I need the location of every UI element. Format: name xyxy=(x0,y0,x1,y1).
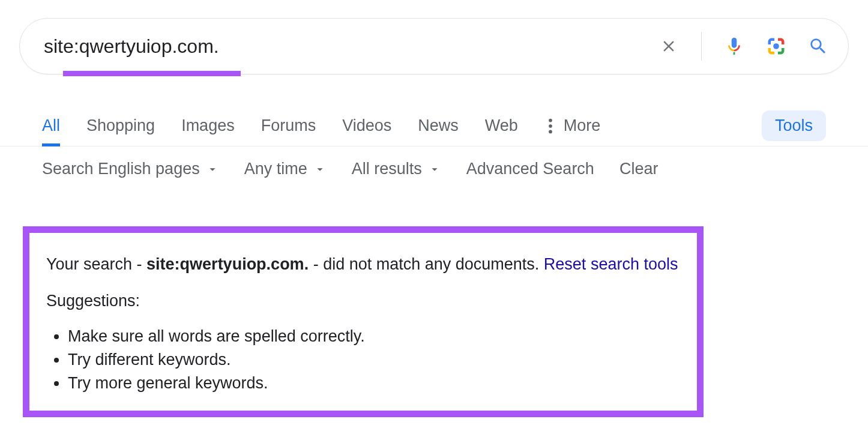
filter-time-label: Any time xyxy=(244,160,307,178)
chevron-down-icon xyxy=(206,163,219,176)
annotation-underline xyxy=(63,71,241,76)
mic-icon[interactable] xyxy=(722,34,746,58)
more-dots-icon xyxy=(544,118,556,134)
suggestion-item: Try different keywords. xyxy=(68,348,680,372)
suggestions-list: Make sure all words are spelled correctl… xyxy=(46,325,680,395)
chevron-down-icon xyxy=(428,163,441,176)
search-submit-icon[interactable] xyxy=(806,34,830,58)
svg-point-1 xyxy=(549,118,552,122)
filter-results[interactable]: All results xyxy=(352,160,441,178)
suggestion-item: Try more general keywords. xyxy=(68,372,680,395)
svg-point-2 xyxy=(549,124,552,128)
tab-videos[interactable]: Videos xyxy=(342,106,391,146)
filter-time[interactable]: Any time xyxy=(244,160,327,178)
tabs-row: All Shopping Images Forums Videos News W… xyxy=(0,106,868,146)
tab-news[interactable]: News xyxy=(418,106,459,146)
no-results-query: site:qwertyuiop.com. xyxy=(146,255,309,273)
tab-images[interactable]: Images xyxy=(181,106,235,146)
no-results-prefix: Your search - xyxy=(46,255,146,273)
divider xyxy=(701,32,702,61)
tab-forums[interactable]: Forums xyxy=(261,106,316,146)
tab-more[interactable]: More xyxy=(544,106,601,146)
no-results-suffix: - did not match any documents. xyxy=(309,255,544,273)
lens-icon[interactable] xyxy=(764,34,788,58)
filter-advanced[interactable]: Advanced Search xyxy=(466,160,594,178)
search-action-icons xyxy=(657,32,830,61)
tab-all[interactable]: All xyxy=(42,106,60,146)
no-results-message: Your search - site:qwertyuiop.com. - did… xyxy=(46,252,680,277)
svg-point-0 xyxy=(773,43,779,49)
suggestion-item: Make sure all words are spelled correctl… xyxy=(68,325,680,348)
search-bar xyxy=(19,18,849,74)
suggestions-heading: Suggestions: xyxy=(46,289,680,313)
tab-shopping[interactable]: Shopping xyxy=(86,106,155,146)
reset-search-tools-link[interactable]: Reset search tools xyxy=(544,255,678,273)
svg-point-3 xyxy=(549,130,552,133)
filter-results-label: All results xyxy=(352,160,422,178)
tab-web[interactable]: Web xyxy=(485,106,518,146)
no-results-box: Your search - site:qwertyuiop.com. - did… xyxy=(23,226,704,417)
clear-icon[interactable] xyxy=(657,34,681,58)
filter-language-label: Search English pages xyxy=(42,160,200,178)
search-input[interactable] xyxy=(44,19,657,74)
filter-language[interactable]: Search English pages xyxy=(42,160,219,178)
chevron-down-icon xyxy=(313,163,327,176)
filter-clear[interactable]: Clear xyxy=(619,160,659,178)
tools-button[interactable]: Tools xyxy=(762,110,826,141)
tab-more-label: More xyxy=(564,116,601,135)
filters-row: Search English pages Any time All result… xyxy=(0,146,868,178)
tabs: All Shopping Images Forums Videos News W… xyxy=(42,106,600,146)
